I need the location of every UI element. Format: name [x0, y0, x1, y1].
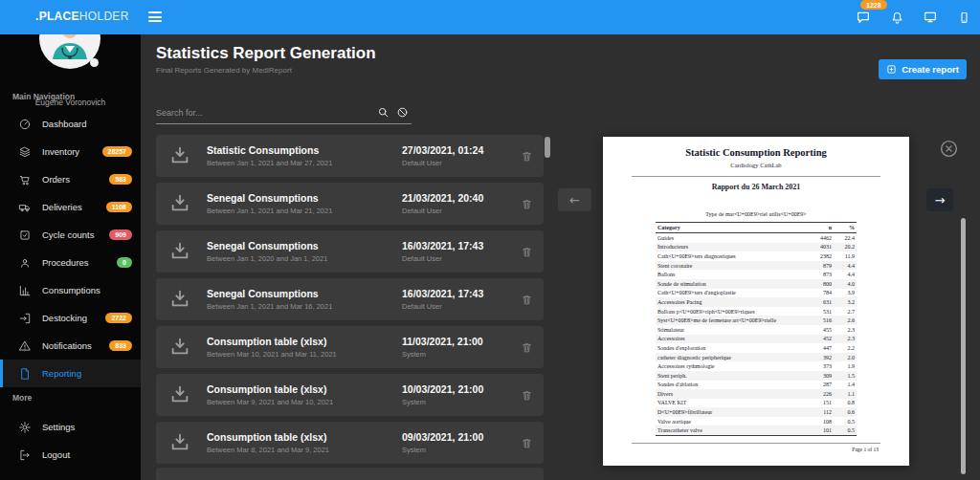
sidebar-item-dashboard[interactable]: Dashboard	[0, 110, 141, 138]
report-period: Between Mar 8, 2021 and Mar 9, 2021	[207, 446, 329, 454]
table-row: VALVE KIT 151 0.8	[656, 399, 857, 408]
sidebar-item-orders[interactable]: Orders 583	[0, 165, 141, 193]
report-card[interactable]: Senegal Consumptions Between Jan 1, 2021…	[156, 183, 544, 225]
report-date: 11/03/2021, 21:00	[402, 336, 509, 347]
sidebar-item-procedures[interactable]: Procedures 0	[0, 249, 141, 276]
cell-percent: 4.4	[834, 261, 857, 271]
main-content: Statistics Report Generation Final Repor…	[141, 34, 980, 480]
cell-percent: 2.2	[834, 343, 857, 353]
sidebar-item-consumptions[interactable]: Consumptions	[0, 276, 141, 304]
cell-category: D<U+00E9>fibrillateur	[656, 407, 811, 417]
report-title: Senegal Consumptions	[207, 240, 327, 251]
cell-percent: 2.0	[834, 353, 857, 362]
delete-report-button[interactable]	[517, 385, 536, 404]
cell-percent: 11.9	[834, 251, 857, 261]
bar-chart-icon	[18, 284, 32, 297]
download-button[interactable]	[169, 241, 190, 262]
sidebar-item-cycle-counts[interactable]: Cycle counts 909	[0, 221, 141, 249]
trash-icon	[521, 150, 533, 163]
download-button[interactable]	[169, 384, 190, 405]
table-row: Cath<U+00E9>ters diagnostiques 2382 11.9	[656, 251, 857, 261]
report-list: Statistic Consumptions Between Jan 1, 20…	[156, 135, 544, 469]
clear-search-button[interactable]	[392, 103, 412, 122]
next-page-button[interactable]: →	[926, 188, 953, 211]
mobile-button[interactable]	[955, 9, 972, 26]
download-button[interactable]	[169, 145, 190, 166]
close-preview-button[interactable]	[939, 139, 959, 159]
cell-n: 873	[811, 270, 834, 279]
report-date: 21/03/2021, 20:40	[402, 192, 509, 204]
sidebar-item-notifications[interactable]: Notifications 833	[0, 332, 141, 360]
person-icon	[18, 256, 32, 270]
table-row: Stent coronaire 879 4.4	[656, 261, 857, 271]
sidebar-item-logout[interactable]: Logout	[0, 441, 141, 469]
download-icon	[169, 289, 190, 310]
report-date: 09/03/2021, 21:00	[402, 431, 509, 443]
download-button[interactable]	[169, 193, 190, 214]
cell-n: 373	[811, 361, 834, 371]
report-user: Default User	[402, 254, 509, 263]
search-button[interactable]	[373, 103, 392, 122]
brand-bold: .PLACE	[35, 10, 79, 23]
report-card-partial[interactable]	[156, 468, 544, 480]
cell-category: Ballons	[656, 270, 811, 279]
sidebar-item-reporting[interactable]: Reporting	[0, 360, 141, 387]
cell-category: Cath<U+00E9>ters d'angioplastie	[656, 289, 811, 298]
report-list-scrollbar[interactable]	[545, 137, 550, 158]
sidebar-item-destocking[interactable]: Destocking 2722	[0, 304, 141, 332]
delete-report-button[interactable]	[517, 338, 536, 357]
hamburger-menu-icon[interactable]	[148, 11, 162, 25]
table-row: Accessoires rythmologie 373 1.9	[656, 361, 857, 371]
notifications-button[interactable]	[888, 9, 905, 26]
top-bar: .PLACEHOLDER 1228	[0, 0, 980, 34]
cell-percent: 1.1	[834, 389, 857, 399]
delete-report-button[interactable]	[517, 146, 536, 165]
checkbox-icon	[18, 229, 32, 242]
download-icon	[169, 193, 190, 214]
desktop-button[interactable]	[922, 9, 939, 26]
cell-n: 309	[811, 371, 834, 381]
preview-scrollbar[interactable]	[961, 218, 966, 474]
report-card[interactable]: Senegal Consumptions Between Jan 1, 2021…	[156, 278, 544, 320]
cell-category: Introducteurs	[656, 243, 811, 252]
cell-category: Accessoires Pacing	[656, 297, 811, 307]
avatar-status-dot	[90, 58, 99, 67]
report-card[interactable]: Consumption table (xlsx) Between Mar 10,…	[156, 326, 544, 368]
download-button[interactable]	[169, 289, 190, 310]
sidebar-item-settings[interactable]: Settings	[0, 413, 141, 441]
delete-report-button[interactable]	[517, 242, 536, 261]
cell-category: Sondes d'exploration	[656, 343, 811, 353]
cell-percent: 2.3	[834, 335, 857, 344]
download-button[interactable]	[169, 337, 190, 358]
sidebar-item-inventory[interactable]: Inventory 28257	[0, 138, 141, 165]
trash-icon	[521, 198, 533, 210]
cell-n: 800	[811, 279, 834, 289]
chat-button[interactable]: 1228	[855, 9, 872, 26]
previous-page-button[interactable]: ←	[558, 188, 591, 211]
table-row: Sonde de stimulation 800 4.0	[656, 279, 857, 289]
notifications-badge: 833	[109, 340, 132, 351]
cell-percent: 0.8	[834, 399, 857, 408]
orders-count-badge: 583	[109, 174, 132, 185]
report-card[interactable]: Consumption table (xlsx) Between Mar 8, …	[156, 422, 544, 464]
more-navigation: Settings Logout	[0, 413, 141, 469]
table-row: Syst<U+00E8>me de fermeture art<U+00E9>r…	[656, 316, 857, 325]
download-icon	[169, 432, 190, 453]
table-row: catheter diagnostic peripherique 392 2.0	[656, 353, 857, 362]
delete-report-button[interactable]	[517, 194, 536, 213]
report-period: Between Mar 10, 2021 and Mar 11, 2021	[207, 350, 337, 359]
cell-percent: 1.5	[834, 371, 857, 381]
delete-report-button[interactable]	[517, 433, 536, 452]
create-report-button[interactable]: Create report	[879, 59, 967, 79]
report-card[interactable]: Statistic Consumptions Between Jan 1, 20…	[156, 135, 544, 177]
table-row: Stent periph. 309 1.5	[656, 371, 857, 381]
download-button[interactable]	[169, 432, 190, 453]
download-icon	[169, 384, 190, 405]
document-divider	[632, 176, 880, 177]
sidebar-item-deliveries[interactable]: Deliveries 1108	[0, 193, 141, 221]
report-card[interactable]: Consumption table (xlsx) Between Mar 9, …	[156, 374, 544, 416]
search-input[interactable]	[156, 108, 373, 118]
report-card[interactable]: Senegal Consumptions Between Jan 1, 2020…	[156, 230, 544, 273]
cell-category: catheter diagnostic peripherique	[656, 353, 811, 362]
delete-report-button[interactable]	[517, 290, 536, 309]
